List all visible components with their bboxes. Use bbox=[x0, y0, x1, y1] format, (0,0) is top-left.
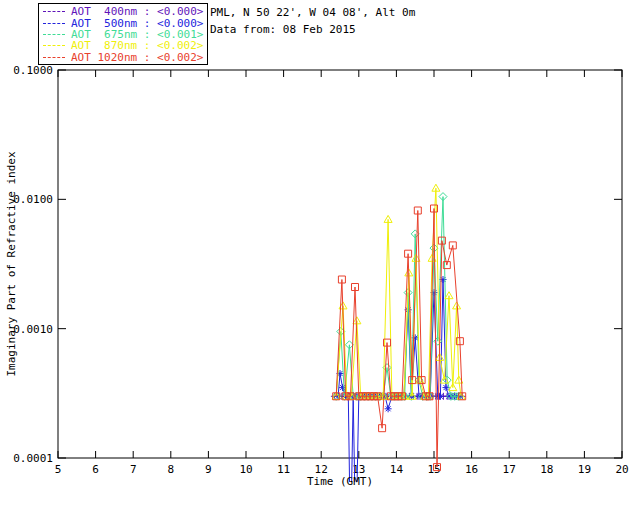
x-tick-label: 16 bbox=[465, 463, 478, 476]
x-tick-label: 7 bbox=[130, 463, 137, 476]
y-tick-label: 0.0100 bbox=[13, 193, 53, 206]
aeronet-refractive-index-chart: 5678910111213141516171819200.10000.01000… bbox=[0, 0, 640, 512]
legend-item: AOT 1020nm : <0.002> bbox=[43, 52, 207, 63]
y-tick-label: 0.0010 bbox=[13, 323, 53, 336]
legend-box: AOT 400nm : <0.000> AOT 500nm : <0.000> … bbox=[38, 3, 208, 65]
x-tick-label: 10 bbox=[239, 463, 252, 476]
plot-svg: 5678910111213141516171819200.10000.01000… bbox=[0, 0, 640, 512]
site-header: PML, N 50 22', W 04 08', Alt 0m bbox=[210, 6, 415, 19]
x-tick-label: 8 bbox=[167, 463, 174, 476]
legend-line-sample-icon bbox=[43, 45, 65, 46]
legend-line-sample-icon bbox=[43, 34, 65, 35]
x-tick-label: 9 bbox=[205, 463, 212, 476]
asterisk-marker-icon bbox=[437, 393, 444, 400]
asterisk-marker-icon bbox=[385, 405, 392, 412]
y-tick-label: 0.0001 bbox=[13, 452, 53, 465]
x-tick-label: 11 bbox=[277, 463, 290, 476]
x-tick-label: 14 bbox=[390, 463, 404, 476]
legend-line-sample-icon bbox=[43, 57, 65, 58]
x-tick-label: 17 bbox=[503, 463, 516, 476]
x-tick-label: 18 bbox=[540, 463, 553, 476]
x-tick-label: 20 bbox=[615, 463, 628, 476]
series-line bbox=[336, 209, 462, 468]
x-ticks: 567891011121314151617181920 bbox=[55, 70, 629, 476]
x-tick-label: 19 bbox=[578, 463, 591, 476]
y-ticks: 0.10000.01000.00100.0001 bbox=[13, 64, 622, 465]
legend-line-sample-icon bbox=[43, 11, 65, 12]
y-axis-title: Imaginary Part of Refractive index bbox=[5, 151, 18, 376]
x-tick-label: 5 bbox=[55, 463, 62, 476]
y-tick-label: 0.1000 bbox=[13, 64, 53, 77]
x-tick-label: 6 bbox=[92, 463, 99, 476]
x-axis-title: Time (GMT) bbox=[307, 475, 373, 488]
date-header: Data from: 08 Feb 2015 bbox=[210, 23, 356, 36]
legend-line-sample-icon bbox=[43, 23, 65, 24]
legend-item-label: AOT 1020nm : <0.002> bbox=[71, 51, 203, 64]
